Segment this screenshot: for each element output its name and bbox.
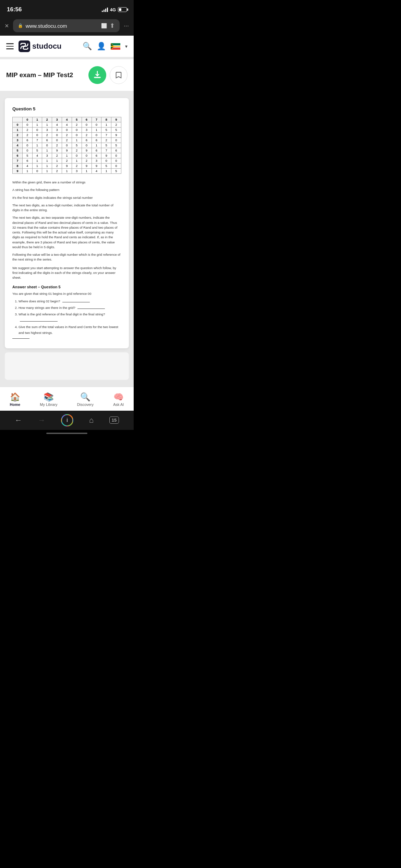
grid-cell: 6 <box>111 148 121 153</box>
profile-icon[interactable]: 👤 <box>97 42 106 51</box>
grid-cell: 4 <box>52 122 62 128</box>
grid-cell: 1 <box>42 122 52 128</box>
share-icon[interactable]: ⬆ <box>110 22 115 29</box>
grid-row-header: 9 <box>13 169 23 174</box>
grid-cell: 0 <box>62 143 72 148</box>
nav-home[interactable]: 🏠 Home <box>10 392 21 407</box>
grid-cell: 2 <box>52 164 62 169</box>
url-bar[interactable]: 🔒 www.studocu.com ⬜ ⬆ <box>13 19 120 32</box>
grid-cell: 6 <box>82 138 92 143</box>
grid-cell: 5 <box>111 128 121 133</box>
document-actions <box>88 66 127 84</box>
grid-cell: 5 <box>72 143 82 148</box>
grid-cell: 4 <box>62 122 72 128</box>
answer-item-3: What is the grid reference of the final … <box>19 311 121 323</box>
browser-home-button[interactable]: ⌂ <box>89 416 94 425</box>
grid-col-4: 4 <box>62 117 72 122</box>
forward-button[interactable]: → <box>38 416 45 425</box>
grid-row-header: 1 <box>13 128 23 133</box>
nav-library[interactable]: 📚 My Library <box>40 392 57 407</box>
grid-cell: 1 <box>101 122 111 128</box>
table-row: 76111212300 <box>13 158 121 164</box>
grid-cell: 1 <box>52 158 62 164</box>
grid-cell: 3 <box>52 128 62 133</box>
grid-cell: 1 <box>32 143 42 148</box>
bookmark-icon <box>115 71 122 79</box>
grid-row-header: 6 <box>13 153 23 158</box>
answer-blank-2 <box>77 309 105 309</box>
chevron-down-icon[interactable]: ▾ <box>125 44 127 49</box>
search-icon[interactable]: 🔍 <box>83 42 92 51</box>
grid-cell: 3 <box>92 158 101 164</box>
para-4: The next two digits, as a two-digit numb… <box>12 203 121 213</box>
grid-cell: 6 <box>92 148 101 153</box>
back-button[interactable]: ← <box>15 416 22 425</box>
battery-icon <box>118 7 127 12</box>
info-icon: i <box>62 415 72 425</box>
more-options-button[interactable]: ··· <box>124 22 129 29</box>
nav-ask-ai[interactable]: 🧠 Ask AI <box>113 392 124 407</box>
grid-cell: 0 <box>22 143 32 148</box>
grid-cell: 1 <box>32 122 42 128</box>
grid-cell: 4 <box>92 169 101 174</box>
answer-item-2: How many strings are there in the grid? <box>19 305 121 311</box>
grid-cell: 0 <box>82 143 92 148</box>
grid-cell: 9 <box>101 153 111 158</box>
grid-cell: 0 <box>32 133 42 138</box>
grid-col-5: 5 <box>72 117 82 122</box>
grid-col-0: 0 <box>22 117 32 122</box>
grid-cell: 5 <box>101 164 111 169</box>
grid-cell: 2 <box>62 158 72 164</box>
download-button[interactable] <box>88 66 106 84</box>
studocu-logo: studocu <box>19 40 62 52</box>
grid-cell: 2 <box>72 164 82 169</box>
bookmark-button[interactable] <box>110 66 127 84</box>
grid-cell: 9 <box>62 148 72 153</box>
grid-col-6: 6 <box>82 117 92 122</box>
answer-item-1: Where does string 02 begin? <box>19 298 121 304</box>
svg-marker-9 <box>111 46 115 47</box>
south-africa-flag[interactable] <box>111 43 120 50</box>
document-page: Question 5 0 1 2 3 4 5 6 7 8 9 <box>5 98 129 348</box>
grid-cell: 7 <box>101 148 111 153</box>
grid-cell: 0 <box>82 153 92 158</box>
document-title: MIP exam – MIP Test2 <box>6 71 84 79</box>
tabs-count-button[interactable]: 15 <box>109 417 119 424</box>
grid-cell: 9 <box>62 164 72 169</box>
home-indicator-bar <box>46 433 87 434</box>
grid-cell: 5 <box>111 169 121 174</box>
para-6: Following the value will be a two-digit … <box>12 252 121 262</box>
grid-col-3: 3 <box>52 117 62 122</box>
grid-header-empty <box>13 117 23 122</box>
status-icons: 4G <box>102 7 127 12</box>
grid-cell: 1 <box>72 158 82 164</box>
answer-item-4: Give the sum of the total values in Rand… <box>19 324 121 336</box>
header-left: studocu <box>6 40 62 52</box>
grid-cell: 1 <box>32 158 42 164</box>
table-row: 91012131415 <box>13 169 121 174</box>
browser-close-button[interactable]: × <box>5 22 9 30</box>
grid-cell: 1 <box>42 169 52 174</box>
grid-col-7: 7 <box>92 117 101 122</box>
info-button[interactable]: i <box>61 414 73 426</box>
nav-discovery[interactable]: 🔍 Discovery <box>77 392 94 407</box>
grid-cell: 0 <box>111 153 121 158</box>
hamburger-menu[interactable] <box>6 43 14 49</box>
home-icon: 🏠 <box>10 392 20 402</box>
para-5: The next two digits, as two separate one… <box>12 215 121 250</box>
grid-cell: 2 <box>111 122 121 128</box>
grid-cell: 0 <box>52 133 62 138</box>
grid-cell: 6 <box>92 138 101 143</box>
grid-cell: 0 <box>32 169 42 174</box>
grid-cell: 4 <box>22 164 32 169</box>
grid-cell: 0 <box>111 164 121 169</box>
status-time: 16:56 <box>7 6 22 13</box>
grid-cell: 9 <box>52 148 62 153</box>
bookmark-small-icon[interactable]: ⬜ <box>101 23 107 28</box>
grid-row-header: 0 <box>13 122 23 128</box>
logo-text: studocu <box>32 42 62 51</box>
grid-cell: 3 <box>72 169 82 174</box>
document-header: MIP exam – MIP Test2 <box>0 59 134 91</box>
nav-ask-ai-label: Ask AI <box>113 402 124 407</box>
table-row: 84112929950 <box>13 164 121 169</box>
